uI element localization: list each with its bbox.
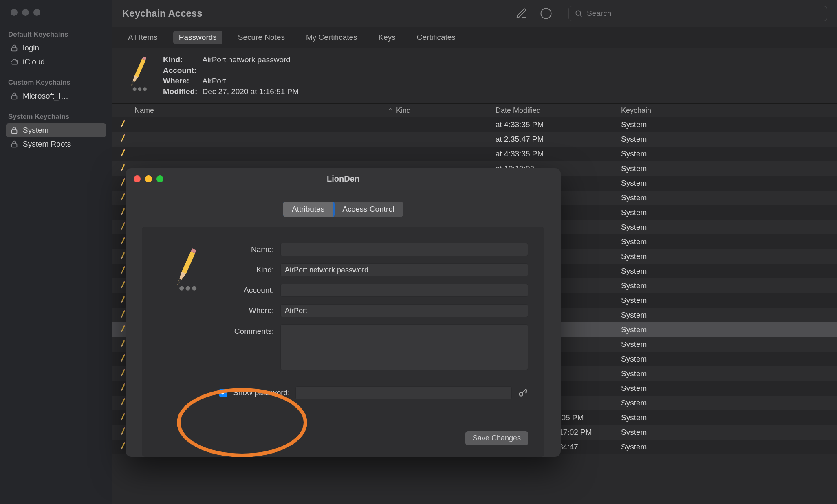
svg-line-8 [580,15,582,17]
dialog-password-icon [158,243,207,370]
row-keychain: System [618,281,687,290]
sidebar-item-microsoft[interactable]: Microsoft_I… [6,89,106,103]
sidebar-item-system-roots[interactable]: System Roots [6,137,106,151]
sidebar: Default Keychains login iCloud Custom Ke… [0,0,112,504]
row-keychain: System [618,311,687,320]
lock-icon [10,126,19,135]
svg-marker-83 [121,361,122,363]
password-field[interactable] [295,386,512,399]
show-password-checkbox[interactable] [219,389,227,397]
svg-marker-51 [121,244,122,245]
tab-passwords[interactable]: Passwords [173,31,222,44]
tab-secure-notes[interactable]: Secure Notes [232,31,291,44]
item-detail-header: Kind: AirPort network password Account: … [112,48,837,104]
sidebar-item-label: Microsoft_I… [23,92,68,101]
svg-point-14 [138,87,141,91]
svg-rect-2 [12,130,17,133]
svg-marker-19 [121,127,122,128]
row-keychain: System [618,149,687,158]
column-kind[interactable]: Kind [393,106,492,115]
detail-modified-value: Dec 27, 2020 at 1:16:51 PM [202,87,299,96]
detail-kind-value: AirPort network password [202,55,299,64]
table-row[interactable]: at 2:35:47 PMSystem [112,132,837,147]
window-traffic-lights [0,9,112,16]
dialog-tab-attributes[interactable]: Attributes [283,202,333,217]
dialog-zoom-light[interactable] [156,175,163,182]
tab-keys[interactable]: Keys [373,31,401,44]
tab-my-certificates[interactable]: My Certificates [300,31,363,44]
cloud-icon [10,57,19,66]
item-dialog: LionDen Attributes Access Control Name: … [126,168,561,457]
detail-kind-label: Kind: [163,55,197,64]
tab-certificates[interactable]: Certificates [411,31,461,44]
svg-rect-1 [12,96,17,99]
sidebar-item-system[interactable]: System [6,123,106,137]
minimize-light[interactable] [22,9,29,16]
save-changes-button[interactable]: Save Changes [465,431,528,445]
svg-point-112 [179,286,184,291]
dialog-traffic-lights [134,175,163,182]
sidebar-item-label: login [23,44,39,53]
row-keychain: System [618,443,687,451]
dlg-comments-input[interactable] [280,324,528,370]
row-keychain: System [618,237,687,246]
info-icon[interactable] [540,7,552,20]
compose-icon[interactable] [515,7,528,20]
svg-marker-55 [121,259,122,260]
svg-marker-39 [121,200,122,202]
dlg-account-input[interactable] [280,284,528,297]
zoom-light[interactable] [33,9,40,16]
row-keychain: System [618,120,687,129]
svg-marker-23 [121,141,122,143]
detail-modified-label: Modified: [163,87,197,96]
column-keychain[interactable]: Keychain [618,106,687,115]
dlg-name-input[interactable] [280,243,528,256]
sidebar-item-label: System Roots [23,140,71,149]
dialog-minimize-light[interactable] [145,175,152,182]
sidebar-item-icloud[interactable]: iCloud [6,55,106,69]
row-keychain: System [618,340,687,349]
dialog-body: Name: Kind: Account: Where: Comments: Sh… [142,227,544,457]
dialog-tab-access-control[interactable]: Access Control [333,202,403,217]
search-field[interactable] [568,6,827,21]
table-row[interactable]: at 4:33:35 PMSystem [112,147,837,161]
svg-point-13 [133,87,137,91]
tab-all-items[interactable]: All Items [122,31,163,44]
dlg-account-label: Account: [217,286,274,295]
dlg-kind-input[interactable] [280,263,528,276]
column-date[interactable]: Date Modified [492,106,618,115]
dialog-close-light[interactable] [134,175,141,182]
search-icon [575,9,583,18]
dlg-name-label: Name: [217,245,274,254]
row-keychain: System [618,384,687,393]
row-icon [112,119,131,130]
lock-icon [10,44,19,53]
detail-where-value: AirPort [202,77,299,85]
row-keychain: System [618,164,687,173]
key-icon[interactable] [518,388,528,398]
row-date: at 2:35:47 PM [492,135,618,144]
table-row[interactable]: at 4:33:35 PMSystem [112,117,837,132]
svg-point-114 [192,286,196,291]
svg-point-15 [143,87,147,91]
close-light[interactable] [11,9,18,16]
show-password-label: Show password: [233,388,290,397]
table-header: Name⌃ Kind Date Modified Keychain [112,104,837,117]
sidebar-heading-default: Default Keychains [6,28,106,41]
category-tabs: All Items Passwords Secure Notes My Cert… [112,27,837,48]
row-date: at 4:33:35 PM [492,120,618,129]
svg-marker-63 [121,288,122,289]
column-name[interactable]: Name⌃ [131,106,393,115]
row-keychain: System [618,399,687,408]
row-keychain: System [618,325,687,334]
svg-marker-27 [121,156,122,158]
sidebar-item-login[interactable]: login [6,41,106,55]
svg-marker-35 [121,185,122,187]
detail-where-label: Where: [163,77,197,85]
dlg-where-input[interactable] [280,304,528,317]
svg-point-115 [519,392,523,396]
dlg-comments-label: Comments: [217,324,274,336]
svg-marker-87 [121,376,122,377]
search-input[interactable] [587,9,821,18]
check-icon [220,390,226,396]
